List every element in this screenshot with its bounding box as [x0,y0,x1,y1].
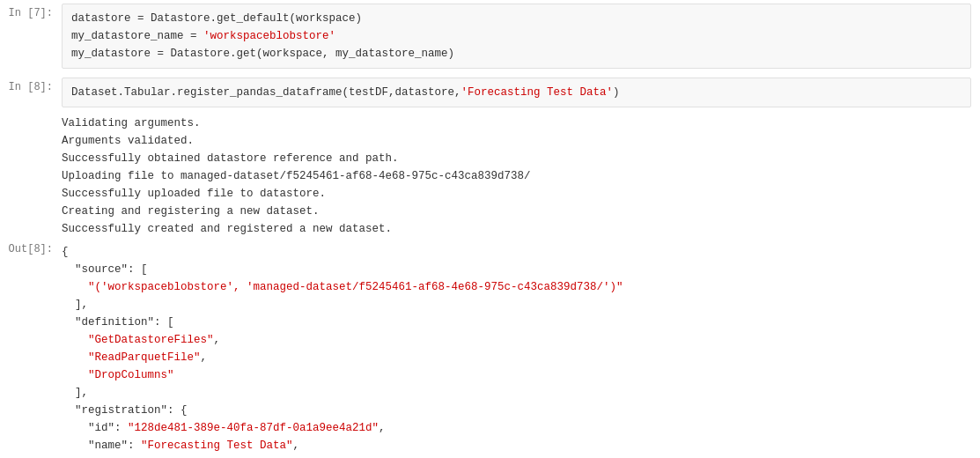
json-line: "name": "Forecasting Test Data", [62,437,980,454]
json-line: "source": [ [62,261,980,278]
stream-line: Successfully uploaded file to datastore. [62,185,971,203]
output-8-label: Out[8]: [0,240,62,458]
cell-in-8: In [8]: Dataset.Tabular.register_pandas_… [0,74,980,111]
json-line: "GetDatastoreFiles", [62,331,980,349]
cell-in-7: In [7]: datastore = Datastore.get_defaul… [0,0,980,72]
stream-label [0,113,62,240]
json-line: "ReadParquetFile", [62,349,980,366]
stream-line: Uploading file to managed-dataset/f52454… [62,167,971,185]
cell-8-content: Dataset.Tabular.register_pandas_datafram… [62,78,971,107]
output-8-block: Out[8]: { "source": [ "('workspaceblobst… [0,240,980,458]
json-line: "version": 3, [62,454,980,458]
json-line: "('workspaceblobstore', 'managed-dataset… [62,278,980,296]
stream-line: Creating and registering a new dataset. [62,203,971,220]
json-line: "DropColumns" [62,366,980,384]
stream-output: Validating arguments. Arguments validate… [62,113,971,240]
cell-7-label: In [7]: [0,4,62,69]
output-8-content: { "source": [ "('workspaceblobstore', 'm… [62,240,980,458]
json-line: ], [62,296,980,314]
stream-line: Successfully obtained datastore referenc… [62,150,971,167]
notebook: In [7]: datastore = Datastore.get_defaul… [0,0,980,458]
cell-7-content: datastore = Datastore.get_default(worksp… [62,4,971,69]
code-line: Dataset.Tabular.register_pandas_datafram… [71,84,962,101]
code-line: my_datastore = Datastore.get(workspace, … [71,45,962,63]
json-line: "registration": { [62,402,980,419]
code-line: my_datastore_name = 'workspaceblobstore' [71,27,962,45]
stream-line: Arguments validated. [62,132,971,150]
code-line: datastore = Datastore.get_default(worksp… [71,10,962,27]
json-line: "id": "128de481-389e-40fa-87df-0a1a9ee4a… [62,419,980,437]
json-line: { [62,243,980,261]
stream-line: Validating arguments. [62,114,971,132]
json-line: "definition": [ [62,314,980,331]
stream-line: Successfully created and registered a ne… [62,220,971,238]
stream-output-block: Validating arguments. Arguments validate… [0,113,980,240]
cell-8-label: In [8]: [0,78,62,107]
json-line: ], [62,384,980,402]
